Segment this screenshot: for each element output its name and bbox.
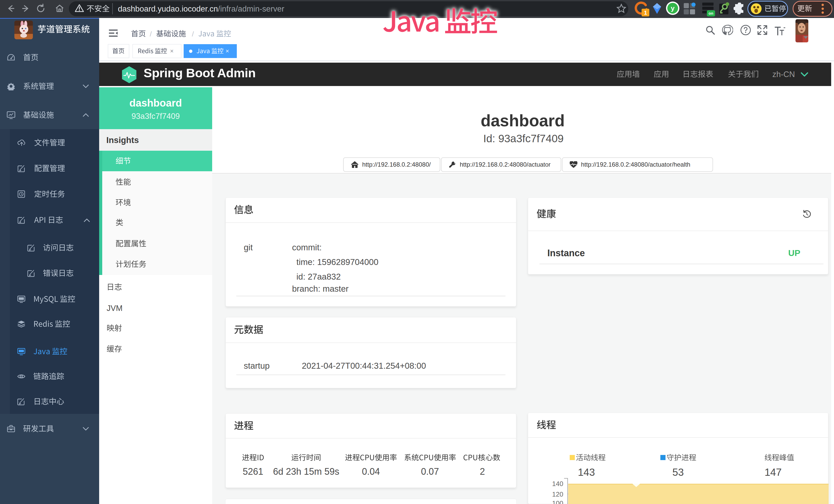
svg-text:1: 1 — [644, 9, 647, 16]
svg-text:y: y — [671, 4, 675, 12]
svg-text:on: on — [709, 11, 713, 16]
